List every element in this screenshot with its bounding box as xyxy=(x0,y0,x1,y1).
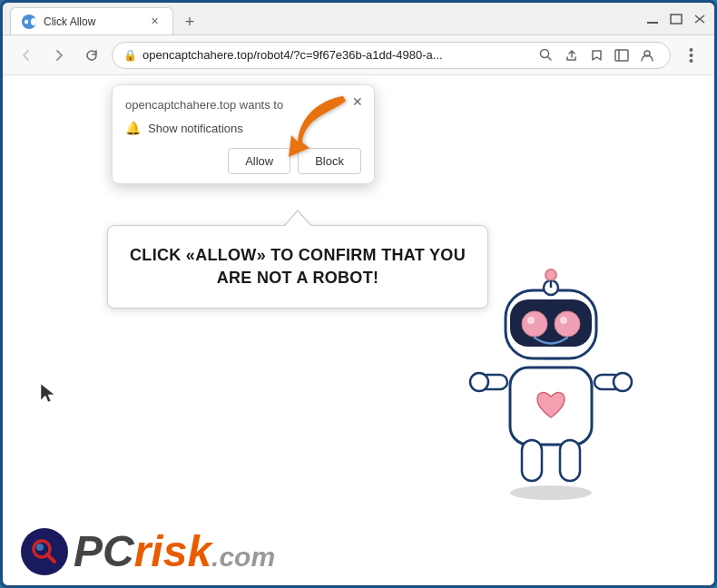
speech-bubble: CLICK «ALLOW» TO CONFIRM THAT YOU ARE NO… xyxy=(107,225,488,309)
svg-rect-3 xyxy=(671,15,682,24)
address-icons xyxy=(534,44,659,67)
addressbar: 🔒 opencaptchahere.top/robot4/?c=9f67e36b… xyxy=(3,35,714,75)
pc-text: PC xyxy=(74,526,134,576)
search-icon[interactable] xyxy=(534,44,557,67)
back-button[interactable] xyxy=(14,43,39,68)
maximize-button[interactable] xyxy=(669,13,683,25)
notification-label: Show notifications xyxy=(148,122,243,135)
svg-point-30 xyxy=(545,270,556,280)
browser-window: Click Allow ✕ + 🔒 opencaptchahere.top/ro… xyxy=(3,3,714,585)
close-button[interactable] xyxy=(692,13,707,25)
bubble-text-line1: CLICK «ALLOW» TO CONFIRM THAT YOU xyxy=(130,244,466,267)
forward-button[interactable] xyxy=(46,43,72,68)
svg-point-11 xyxy=(689,48,692,52)
svg-rect-20 xyxy=(522,440,542,481)
bubble-text-line2: ARE NOT A ROBOT! xyxy=(130,267,466,289)
pcrisk-text: PC risk .com xyxy=(74,526,275,576)
svg-point-12 xyxy=(689,54,692,57)
pcrisk-logo: PC risk .com xyxy=(21,526,275,576)
refresh-button[interactable] xyxy=(79,43,104,68)
svg-rect-8 xyxy=(615,50,628,61)
svg-rect-2 xyxy=(647,22,658,24)
share-icon[interactable] xyxy=(559,44,583,67)
profile-icon[interactable] xyxy=(635,44,659,67)
svg-point-32 xyxy=(26,534,63,570)
risk-text: risk xyxy=(134,526,211,576)
active-tab[interactable]: Click Allow ✕ xyxy=(10,7,173,34)
svg-point-34 xyxy=(36,544,44,551)
tab-title: Click Allow xyxy=(44,15,140,28)
orange-arrow xyxy=(284,92,357,177)
window-controls xyxy=(645,13,707,25)
svg-point-14 xyxy=(510,485,592,500)
url-text: opencaptchahere.top/robot4/?c=9f67e36b-a… xyxy=(142,48,528,62)
tab-favicon xyxy=(22,15,36,29)
svg-point-25 xyxy=(522,311,547,337)
svg-point-28 xyxy=(560,317,567,324)
address-bar[interactable]: 🔒 opencaptchahere.top/robot4/?c=9f67e36b… xyxy=(112,42,671,69)
allow-button[interactable]: Allow xyxy=(228,148,290,174)
tab-area: Click Allow ✕ + xyxy=(10,3,645,34)
tab-close-icon[interactable]: ✕ xyxy=(147,15,162,29)
svg-point-13 xyxy=(689,59,692,63)
sidebar-icon[interactable] xyxy=(610,44,634,67)
lock-icon: 🔒 xyxy=(123,49,137,62)
minimize-button[interactable] xyxy=(645,14,660,24)
pcrisk-icon xyxy=(21,528,68,575)
svg-point-18 xyxy=(470,373,488,391)
bookmark-icon[interactable] xyxy=(584,44,608,67)
svg-point-19 xyxy=(614,373,632,391)
menu-button[interactable] xyxy=(678,43,703,68)
bell-icon: 🔔 xyxy=(125,121,141,135)
new-tab-button[interactable]: + xyxy=(177,9,202,34)
page-content: ✕ opencaptchahere.top wants to 🔔 Show no… xyxy=(3,75,714,585)
svg-line-7 xyxy=(547,57,551,61)
robot-illustration xyxy=(460,250,687,531)
dotcom-text: .com xyxy=(211,542,275,573)
svg-rect-21 xyxy=(560,440,580,481)
titlebar: Click Allow ✕ + xyxy=(3,3,714,35)
svg-point-26 xyxy=(555,311,580,337)
mouse-cursor xyxy=(41,384,55,407)
svg-point-1 xyxy=(25,19,28,23)
svg-point-27 xyxy=(527,317,535,324)
